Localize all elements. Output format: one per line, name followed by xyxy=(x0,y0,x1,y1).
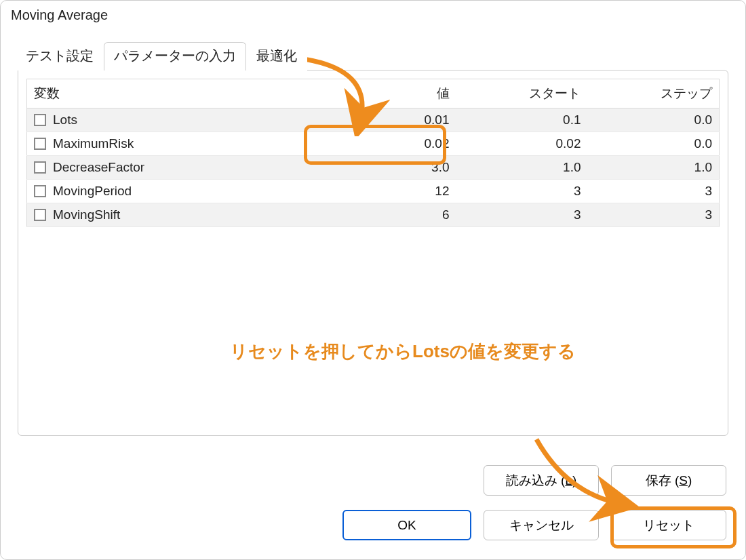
load-label-pre: 読み込み ( xyxy=(506,472,566,489)
cell-step[interactable]: 3 xyxy=(587,180,719,203)
tab-panel: 変数 値 スタート ステップ Lots 0.01 0.1 0.0 Maximum… xyxy=(18,70,728,436)
var-name: MaximumRisk xyxy=(53,136,134,151)
window-title: Moving Average xyxy=(1,1,745,42)
cell-step[interactable]: 0.0 xyxy=(587,132,719,156)
reset-button[interactable]: リセット xyxy=(611,510,726,540)
save-button[interactable]: 保存 (S) xyxy=(611,465,726,496)
table-row[interactable]: MovingShift 6 3 3 xyxy=(27,203,720,227)
tab-bar: テスト設定 パラメーターの入力 最適化 xyxy=(1,42,745,71)
load-label-u: L xyxy=(565,473,572,488)
save-label-u: S xyxy=(679,473,688,488)
load-label-post: ) xyxy=(572,473,576,488)
checkbox-icon[interactable] xyxy=(34,114,46,126)
cell-value[interactable]: 12 xyxy=(317,180,456,203)
dialog-window: Moving Average テスト設定 パラメーターの入力 最適化 変数 値 … xyxy=(0,0,746,560)
cell-value[interactable]: 0.02 xyxy=(317,132,456,156)
cell-variable: MaximumRisk xyxy=(27,132,318,156)
cell-variable: MovingPeriod xyxy=(27,180,318,203)
cell-step[interactable]: 1.0 xyxy=(587,156,719,180)
tab-test-settings[interactable]: テスト設定 xyxy=(16,42,104,71)
checkbox-icon[interactable] xyxy=(34,209,46,221)
tab-parameter-input[interactable]: パラメーターの入力 xyxy=(104,42,246,71)
cancel-button[interactable]: キャンセル xyxy=(484,510,599,540)
cell-start[interactable]: 3 xyxy=(456,203,588,227)
save-label-post: ) xyxy=(688,473,692,488)
button-row-bottom: OK キャンセル リセット xyxy=(342,510,726,540)
cell-step[interactable]: 3 xyxy=(587,203,719,227)
col-start[interactable]: スタート xyxy=(456,79,588,108)
table-row[interactable]: MovingPeriod 12 3 3 xyxy=(27,180,720,203)
cell-start[interactable]: 1.0 xyxy=(456,156,588,180)
var-name: Lots xyxy=(53,113,77,127)
checkbox-icon[interactable] xyxy=(34,161,46,174)
cell-start[interactable]: 0.02 xyxy=(456,132,588,156)
var-name: MovingShift xyxy=(53,207,120,222)
checkbox-icon[interactable] xyxy=(34,138,46,150)
cell-step[interactable]: 0.0 xyxy=(587,108,719,132)
cell-start[interactable]: 3 xyxy=(456,180,588,203)
col-value[interactable]: 値 xyxy=(317,79,456,108)
ok-button[interactable]: OK xyxy=(342,510,471,540)
table-header-row: 変数 値 スタート ステップ xyxy=(27,79,720,108)
cell-value[interactable]: 0.01 xyxy=(317,108,456,132)
cell-variable: MovingShift xyxy=(27,203,318,227)
checkbox-icon[interactable] xyxy=(34,185,46,197)
tab-optimization[interactable]: 最適化 xyxy=(246,42,307,71)
col-variable[interactable]: 変数 xyxy=(27,79,318,108)
load-button[interactable]: 読み込み (L) xyxy=(484,465,599,496)
cell-value[interactable]: 6 xyxy=(317,203,456,227)
cell-variable: DecreaseFactor xyxy=(27,156,318,180)
cell-variable: Lots xyxy=(27,108,318,132)
parameters-table: 変数 値 スタート ステップ Lots 0.01 0.1 0.0 Maximum… xyxy=(26,79,720,227)
table-row[interactable]: Lots 0.01 0.1 0.0 xyxy=(27,108,720,132)
cell-value[interactable]: 3.0 xyxy=(317,156,456,180)
var-name: MovingPeriod xyxy=(53,184,132,198)
table-row[interactable]: DecreaseFactor 3.0 1.0 1.0 xyxy=(27,156,720,180)
save-label-pre: 保存 ( xyxy=(646,472,680,489)
button-row-top: 読み込み (L) 保存 (S) xyxy=(484,465,726,496)
annotation-text: リセットを押してからLotsの値を変更する xyxy=(230,340,576,363)
cell-start[interactable]: 0.1 xyxy=(456,108,588,132)
col-step[interactable]: ステップ xyxy=(587,79,719,108)
table-row[interactable]: MaximumRisk 0.02 0.02 0.0 xyxy=(27,132,720,156)
var-name: DecreaseFactor xyxy=(53,160,144,174)
